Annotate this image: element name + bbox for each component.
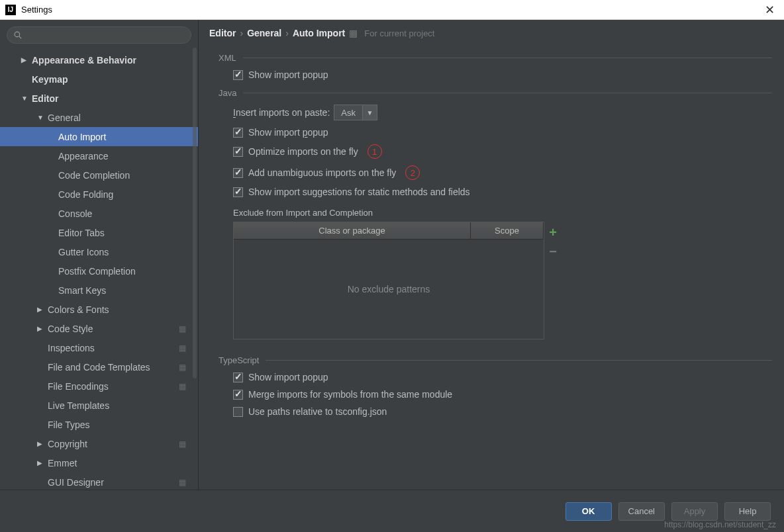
help-button[interactable]: Help [724,502,771,521]
search-icon [14,31,22,39]
tree-item-code-style[interactable]: ▶Code Style▦ [0,319,198,338]
tree-item-postfix-completion[interactable]: Postfix Completion [0,261,198,281]
add-unambiguous-label: Add unambiguous imports on the fly [248,167,396,178]
exclude-table: Class or package Scope No exclude patter… [233,222,544,339]
tree-item-label: File and Code Templates [48,362,150,373]
tree-item-keymap[interactable]: Keymap [0,69,198,89]
tree-item-auto-import[interactable]: Auto Import [0,127,198,146]
titlebar: IJ Settings ✕ [0,0,784,20]
tree-item-label: Smart Keys [58,285,106,296]
ok-button[interactable]: OK [565,502,612,521]
sidebar-scrollbar[interactable] [193,48,197,378]
tree-item-copyright[interactable]: ▶Copyright▦ [0,434,198,453]
settings-tree[interactable]: ▶Appearance & BehaviorKeymap▼Editor▼Gene… [0,50,198,490]
tree-item-label: Code Style [48,324,93,334]
col-class[interactable]: Class or package [234,222,471,239]
tree-item-inspections[interactable]: Inspections▦ [0,338,198,357]
cancel-button[interactable]: Cancel [618,502,665,521]
project-scope-icon: ▦ [179,343,186,353]
tree-item-code-completion[interactable]: Code Completion [0,165,198,185]
tree-item-label: Inspections [48,343,95,353]
content-panel: Editor› General› Auto Import ▦ For curre… [199,20,784,490]
ts-use-paths-checkbox[interactable] [233,407,243,417]
ts-merge-label: Merge imports for symbols from the same … [248,389,452,400]
apply-button[interactable]: Apply [671,502,718,521]
project-scope-icon: ▦ [179,478,186,487]
java-show-popup-checkbox[interactable] [233,128,243,138]
tree-item-smart-keys[interactable]: Smart Keys [0,281,198,300]
tree-item-file-encodings[interactable]: File Encodings▦ [0,377,198,396]
insert-on-paste-select[interactable]: Ask ▼ [334,105,377,120]
annotation-1: 1 [368,144,382,159]
ts-merge-checkbox[interactable] [233,390,243,400]
exclude-empty-text: No exclude patterns [234,240,544,339]
tree-item-general[interactable]: ▼General [0,108,198,127]
show-suggestions-checkbox[interactable] [233,187,243,197]
java-show-popup-label: Show import popup [248,127,328,138]
tree-arrow-icon: ▼ [37,114,45,121]
tree-item-appearance-behavior[interactable]: ▶Appearance & Behavior [0,50,198,69]
tree-item-label: Appearance & Behavior [32,55,136,66]
tree-item-gutter-icons[interactable]: Gutter Icons [0,242,198,261]
window-title: Settings [21,5,761,15]
tree-item-file-and-code-templates[interactable]: File and Code Templates▦ [0,357,198,377]
tree-item-label: Console [58,208,92,219]
annotation-2: 2 [405,165,420,180]
dialog-footer: OK Cancel Apply Help https://blog.csdn.n… [0,490,784,532]
tree-item-editor[interactable]: ▼Editor [0,89,198,108]
tree-item-label: Auto Import [58,132,106,142]
add-unambiguous-checkbox[interactable] [233,168,243,178]
svg-point-0 [15,32,20,37]
optimize-imports-label: Optimize imports on the fly [248,146,358,157]
tree-arrow-icon: ▶ [37,325,45,332]
ts-show-popup-checkbox[interactable] [233,373,243,382]
tree-item-label: Code Folding [58,189,113,200]
settings-dialog: ▶Appearance & BehaviorKeymap▼Editor▼Gene… [0,20,784,490]
tree-item-label: Code Completion [58,170,130,181]
project-scope-icon: ▦ [179,439,186,449]
tree-arrow-icon: ▶ [21,56,29,64]
tree-item-colors-fonts[interactable]: ▶Colors & Fonts [0,300,198,319]
tree-item-file-types[interactable]: File Types [0,415,198,434]
breadcrumb: Editor› General› Auto Import ▦ For curre… [199,20,784,45]
section-typescript: TypeScript [219,355,772,365]
search-input[interactable] [7,26,191,44]
tree-item-emmet[interactable]: ▶Emmet [0,453,198,472]
xml-show-popup-label: Show import popup [248,69,328,80]
show-suggestions-label: Show import suggestions for static metho… [248,187,470,197]
tree-item-label: File Types [48,420,90,430]
tree-arrow-icon: ▶ [37,440,45,447]
tree-item-label: File Encodings [48,381,109,392]
remove-exclude-button[interactable]: − [545,244,561,259]
section-xml: XML [219,53,772,63]
project-scope-icon: ▦ [179,363,186,372]
tree-item-editor-tabs[interactable]: Editor Tabs [0,223,198,242]
tree-item-label: Editor [32,93,58,104]
col-scope[interactable]: Scope [471,222,544,239]
sidebar: ▶Appearance & BehaviorKeymap▼Editor▼Gene… [0,20,199,490]
insert-on-paste-label: Insert imports on paste: [233,107,330,118]
optimize-imports-checkbox[interactable] [233,147,243,157]
tree-item-console[interactable]: Console [0,204,198,223]
tree-item-label: Keymap [32,74,68,85]
tree-item-label: Copyright [48,439,87,449]
app-icon: IJ [5,5,16,15]
tree-item-code-folding[interactable]: Code Folding [0,185,198,204]
tree-arrow-icon: ▼ [21,95,29,102]
add-exclude-button[interactable]: + [545,225,561,240]
project-scope-icon: ▦ [179,324,186,333]
tree-item-appearance[interactable]: Appearance [0,146,198,165]
tree-item-live-templates[interactable]: Live Templates [0,396,198,415]
chevron-down-icon[interactable]: ▼ [362,105,377,120]
watermark: https://blog.csdn.net/student_zz [664,520,776,529]
tree-arrow-icon: ▶ [37,459,45,466]
tree-item-label: Gutter Icons [58,247,109,257]
tree-item-label: Live Templates [48,400,109,411]
exclude-title: Exclude from Import and Completion [233,208,772,218]
close-icon[interactable]: ✕ [761,3,779,17]
tree-arrow-icon: ▶ [37,306,45,313]
tree-item-gui-designer[interactable]: GUI Designer▦ [0,472,198,490]
tree-item-label: Editor Tabs [58,228,105,238]
xml-show-popup-checkbox[interactable] [233,70,243,80]
svg-line-1 [19,36,21,38]
